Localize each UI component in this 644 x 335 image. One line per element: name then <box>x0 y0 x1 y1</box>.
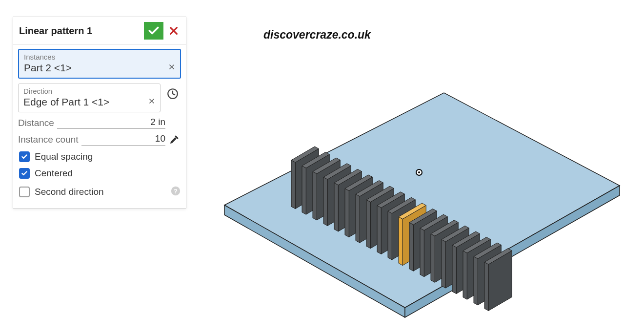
instances-label: Instances <box>24 53 175 61</box>
svg-marker-46 <box>431 234 435 283</box>
x-icon <box>168 63 175 70</box>
dialog-body: Instances Part 2 <1> Direction Edge of P… <box>13 45 186 208</box>
cancel-button[interactable] <box>166 22 181 40</box>
direction-value: Edge of Part 1 <1> <box>23 96 155 108</box>
svg-marker-55 <box>463 251 467 300</box>
dialog-header: Linear pattern 1 <box>13 17 186 45</box>
eyedropper-button[interactable] <box>167 134 181 146</box>
svg-marker-28 <box>366 200 370 249</box>
svg-marker-49 <box>442 239 445 288</box>
check-icon <box>21 153 28 160</box>
help-button[interactable]: ? <box>170 186 181 198</box>
equal-spacing-label: Equal spacing <box>35 151 93 162</box>
svg-marker-22 <box>345 188 349 237</box>
second-direction-label: Second direction <box>35 187 104 197</box>
eyedropper-icon <box>168 134 180 146</box>
svg-text:?: ? <box>174 188 178 195</box>
check-icon <box>147 24 160 37</box>
svg-marker-52 <box>452 245 456 294</box>
svg-marker-10 <box>302 166 306 215</box>
viewport-3d[interactable] <box>195 34 634 335</box>
svg-marker-58 <box>474 256 478 305</box>
second-direction-row[interactable]: Second direction ? <box>19 186 181 198</box>
svg-marker-61 <box>484 262 488 311</box>
clear-direction-button[interactable] <box>148 97 155 107</box>
svg-marker-31 <box>377 206 381 254</box>
svg-marker-13 <box>313 171 317 220</box>
equal-spacing-row[interactable]: Equal spacing <box>19 151 181 162</box>
x-icon <box>148 98 155 105</box>
svg-marker-37 <box>399 217 402 266</box>
second-direction-checkbox[interactable] <box>19 187 30 197</box>
centered-checkbox[interactable] <box>19 168 30 179</box>
distance-value: 2 in <box>150 117 165 128</box>
svg-marker-16 <box>323 177 327 226</box>
question-icon: ? <box>170 186 181 196</box>
svg-marker-43 <box>420 228 424 277</box>
check-icon <box>21 170 28 177</box>
direction-history-button[interactable] <box>164 85 181 102</box>
instance-count-input[interactable]: 10 <box>81 134 165 146</box>
distance-row: Distance 2 in <box>18 117 181 129</box>
clear-instances-button[interactable] <box>168 63 175 73</box>
direction-label: Direction <box>23 87 155 95</box>
instance-count-value: 10 <box>155 133 165 145</box>
svg-marker-7 <box>291 160 295 209</box>
instances-field[interactable]: Instances Part 2 <1> <box>18 49 181 79</box>
close-icon <box>168 25 179 36</box>
equal-spacing-checkbox[interactable] <box>19 151 30 162</box>
distance-label: Distance <box>18 118 54 128</box>
dialog-title: Linear pattern 1 <box>19 25 144 37</box>
direction-field[interactable]: Direction Edge of Part 1 <1> <box>18 84 161 112</box>
linear-pattern-dialog: Linear pattern 1 Instances Part 2 <1> Di… <box>13 17 186 209</box>
svg-marker-25 <box>356 194 360 243</box>
accept-button[interactable] <box>144 22 163 40</box>
svg-marker-34 <box>388 211 392 260</box>
pattern-origin-marker-dot <box>418 171 420 173</box>
svg-marker-19 <box>334 183 338 231</box>
instance-count-row: Instance count 10 <box>18 134 181 146</box>
instances-value: Part 2 <1> <box>24 62 175 74</box>
centered-row[interactable]: Centered <box>19 168 181 179</box>
instance-count-label: Instance count <box>18 134 79 145</box>
distance-input[interactable]: 2 in <box>57 117 165 129</box>
clock-icon <box>166 87 179 100</box>
centered-label: Centered <box>35 168 73 179</box>
svg-marker-40 <box>409 223 413 271</box>
